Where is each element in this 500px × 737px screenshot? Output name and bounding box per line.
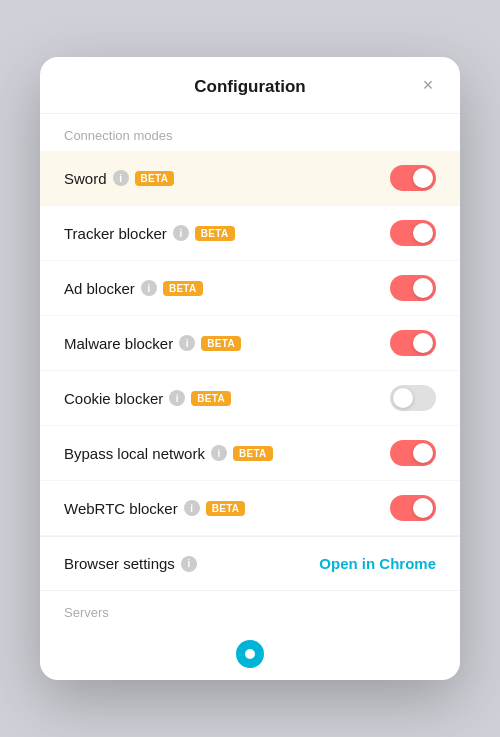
toggle-switch-ad_blocker[interactable] — [390, 275, 436, 301]
toggle-left-cookie_blocker: Cookie blockeriBETA — [64, 390, 231, 407]
servers-label: Servers — [40, 591, 460, 628]
browser-settings-left: Browser settings i — [64, 555, 197, 572]
toggle-thumb-malware_blocker — [413, 333, 433, 353]
toggle-switch-bypass_local_network[interactable] — [390, 440, 436, 466]
info-icon-bypass_local_network[interactable]: i — [211, 445, 227, 461]
toggle-row-webrtc_blocker: WebRTC blockeriBETA — [40, 481, 460, 536]
toggle-thumb-sword — [413, 168, 433, 188]
toggle-switch-cookie_blocker[interactable] — [390, 385, 436, 411]
toggle-left-webrtc_blocker: WebRTC blockeriBETA — [64, 500, 245, 517]
browser-settings-label: Browser settings — [64, 555, 175, 572]
toggle-label-ad_blocker: Ad blocker — [64, 280, 135, 297]
toggle-track-cookie_blocker — [390, 385, 436, 411]
toggle-track-sword — [390, 165, 436, 191]
server-dot — [245, 649, 255, 659]
toggle-switch-webrtc_blocker[interactable] — [390, 495, 436, 521]
servers-hint — [40, 628, 460, 672]
toggle-label-bypass_local_network: Bypass local network — [64, 445, 205, 462]
toggle-left-bypass_local_network: Bypass local networkiBETA — [64, 445, 273, 462]
toggle-row-bypass_local_network: Bypass local networkiBETA — [40, 426, 460, 481]
toggle-thumb-tracker_blocker — [413, 223, 433, 243]
toggle-track-malware_blocker — [390, 330, 436, 356]
beta-badge-tracker_blocker: BETA — [195, 226, 235, 241]
toggle-track-ad_blocker — [390, 275, 436, 301]
beta-badge-webrtc_blocker: BETA — [206, 501, 246, 516]
toggle-thumb-webrtc_blocker — [413, 498, 433, 518]
toggle-row-cookie_blocker: Cookie blockeriBETA — [40, 371, 460, 426]
info-icon-malware_blocker[interactable]: i — [179, 335, 195, 351]
toggle-row-malware_blocker: Malware blockeriBETA — [40, 316, 460, 371]
beta-badge-sword: BETA — [135, 171, 175, 186]
info-icon-ad_blocker[interactable]: i — [141, 280, 157, 296]
configuration-modal: Configuration × Connection modes SwordiB… — [40, 57, 460, 680]
browser-settings-row: Browser settings i Open in Chrome — [40, 536, 460, 590]
modal-title: Configuration — [194, 77, 305, 97]
beta-badge-malware_blocker: BETA — [201, 336, 241, 351]
toggle-label-webrtc_blocker: WebRTC blocker — [64, 500, 178, 517]
info-icon-webrtc_blocker[interactable]: i — [184, 500, 200, 516]
toggle-left-tracker_blocker: Tracker blockeriBETA — [64, 225, 235, 242]
close-button[interactable]: × — [416, 73, 440, 97]
connection-modes-label: Connection modes — [40, 114, 460, 151]
toggles-list: SwordiBETATracker blockeriBETAAd blocker… — [40, 151, 460, 536]
toggle-label-tracker_blocker: Tracker blocker — [64, 225, 167, 242]
toggle-left-ad_blocker: Ad blockeriBETA — [64, 280, 203, 297]
toggle-left-sword: SwordiBETA — [64, 170, 174, 187]
server-indicator — [236, 640, 264, 668]
beta-badge-ad_blocker: BETA — [163, 281, 203, 296]
beta-badge-cookie_blocker: BETA — [191, 391, 231, 406]
servers-section: Servers — [40, 590, 460, 680]
info-icon-tracker_blocker[interactable]: i — [173, 225, 189, 241]
browser-settings-info-icon[interactable]: i — [181, 556, 197, 572]
toggle-label-malware_blocker: Malware blocker — [64, 335, 173, 352]
toggle-thumb-bypass_local_network — [413, 443, 433, 463]
toggle-track-tracker_blocker — [390, 220, 436, 246]
info-icon-cookie_blocker[interactable]: i — [169, 390, 185, 406]
beta-badge-bypass_local_network: BETA — [233, 446, 273, 461]
toggle-track-bypass_local_network — [390, 440, 436, 466]
toggle-thumb-ad_blocker — [413, 278, 433, 298]
modal-body: Connection modes SwordiBETATracker block… — [40, 114, 460, 680]
toggle-row-tracker_blocker: Tracker blockeriBETA — [40, 206, 460, 261]
toggle-thumb-cookie_blocker — [393, 388, 413, 408]
toggle-switch-sword[interactable] — [390, 165, 436, 191]
open-chrome-link[interactable]: Open in Chrome — [319, 555, 436, 572]
toggle-row-ad_blocker: Ad blockeriBETA — [40, 261, 460, 316]
toggle-switch-tracker_blocker[interactable] — [390, 220, 436, 246]
toggle-left-malware_blocker: Malware blockeriBETA — [64, 335, 241, 352]
toggle-label-sword: Sword — [64, 170, 107, 187]
toggle-switch-malware_blocker[interactable] — [390, 330, 436, 356]
info-icon-sword[interactable]: i — [113, 170, 129, 186]
toggle-track-webrtc_blocker — [390, 495, 436, 521]
modal-header: Configuration × — [40, 57, 460, 114]
toggle-row-sword: SwordiBETA — [40, 151, 460, 206]
toggle-label-cookie_blocker: Cookie blocker — [64, 390, 163, 407]
